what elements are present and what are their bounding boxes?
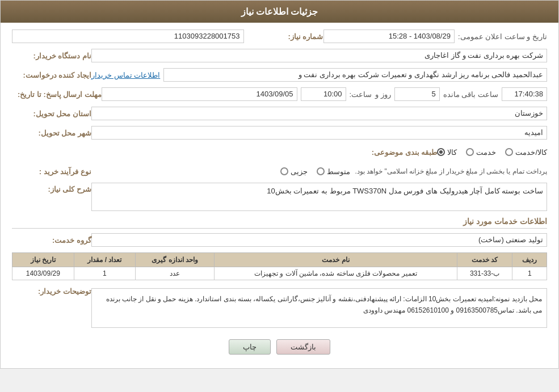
table-row: 1ب-33-331تعمیر محصولات فلزی ساخته شده، م… [12,267,547,280]
process-note: پرداخت تمام یا بخشی از مبلغ خریدار از مب… [355,167,547,175]
category-option-kala[interactable]: کالا [437,148,457,157]
category-label-kala: کالا [447,148,457,157]
category-label-khedmat: خدمت [476,148,496,157]
delivery-province-value: خوزستان [91,107,547,120]
service-group-value: تولید صنعتی (ساخت) [91,233,547,247]
services-table: ردیف کد خدمت نام خدمت واحد اندازه گیری ت… [12,252,547,280]
category-radio-group: کالا/خدمت خدمت کالا [437,148,547,157]
deadline-time-label: ساعت: [350,90,372,99]
deadline-time: 10:00 [301,87,346,101]
category-radio-kala[interactable] [437,148,445,156]
back-button[interactable]: بازگشت [276,339,330,355]
deadline-date: 1403/09/05 [102,87,297,101]
category-radio-kala-khedmat[interactable] [505,148,513,156]
services-section-title: اطلاعات خدمات مورد نیاز [12,217,547,229]
buyer-station-value: شرکت بهره برداری نفت و گاز اغاجاری [91,49,547,62]
requester-link[interactable]: اطلاعات تماس خریدار [91,71,160,79]
print-button[interactable]: چاپ [229,339,271,355]
delivery-city-label: شهر محل تحویل: [12,129,91,137]
header-title: جزئیات اطلاعات نیاز [241,7,318,16]
buyer-notes-value: محل بازدید نمونه:امیدیه تعمیرات بخش10 ال… [91,288,547,328]
deadline-day-label: روز و [375,90,391,99]
buyer-station-label: نام دستگاه خریدار: [12,52,91,60]
need-number-value: 1103093228001753 [12,29,244,43]
page-header: جزئیات اطلاعات نیاز [1,1,558,23]
process-radio-group: متوسط جزیی [280,167,350,176]
need-desc-value: ساخت بوسته کامل آچار هیدرولیک های فورس م… [91,183,547,211]
category-radio-khedmat[interactable] [466,148,474,156]
process-radio-mutawaset[interactable] [317,167,325,175]
requester-label: ایجاد کننده درخواست: [12,71,91,79]
deadline-remaining-label: ساعت باقی مانده [443,90,498,99]
process-label-jozi: جزیی [291,167,308,176]
delivery-city-value: امیدیه [91,126,547,140]
process-option-jozi[interactable]: جزیی [280,167,308,176]
category-label-kala-khedmat: کالا/خدمت [515,148,547,157]
process-label: نوع فرآیند خرید : [12,167,91,176]
announce-value: 1403/08/29 - 15:28 [323,29,455,43]
category-option-kala-khedmat[interactable]: کالا/خدمت [505,148,547,157]
announce-label: تاریخ و ساعت اعلان عمومی: [458,32,547,41]
process-option-mutawaset[interactable]: متوسط [317,167,350,176]
requester-value: عبدالحمید فالحی برنامه ریز ارشد نگهداری … [163,68,547,82]
col-code: کد خدمت [457,253,512,267]
cell-row: 1 [512,267,547,280]
col-date: تاریخ نیاز [12,253,74,267]
deadline-remaining: 17:40:38 [502,87,547,101]
deadline-label: مهلت ارسال پاسخ: تا تاریخ: [12,90,102,99]
cell-code: ب-33-331 [457,267,512,280]
col-row: ردیف [512,253,547,267]
need-number-label: شماره نیاز: [244,32,323,41]
process-radio-jozi[interactable] [280,167,288,175]
deadline-days: 5 [394,87,440,101]
delivery-province-label: استان محل تحویل: [12,109,91,118]
process-label-mutawaset: متوسط [327,167,350,176]
cell-date: 1403/09/29 [12,267,74,280]
col-name: نام خدمت [215,253,457,267]
cell-name: تعمیر محصولات فلزی ساخته شده، ماشین آلات… [215,267,457,280]
category-label-field: طبقه بندی موضوعی: [358,148,437,157]
cell-quantity: 1 [74,267,135,280]
col-qty: تعداد / مقدار [74,253,135,267]
buyer-notes-label: توضیحات خریدار: [12,285,91,296]
category-option-khedmat[interactable]: خدمت [466,148,496,157]
button-row: بازگشت چاپ [12,339,547,355]
need-desc-label: شرح کلی نیاز: [12,183,91,193]
cell-unit: عدد [136,267,215,280]
col-unit: واحد اندازه گیری [136,253,215,267]
process-row: پرداخت تمام یا بخشی از مبلغ خریدار از مب… [91,167,547,176]
service-group-label: گروه خدمت: [12,236,91,245]
